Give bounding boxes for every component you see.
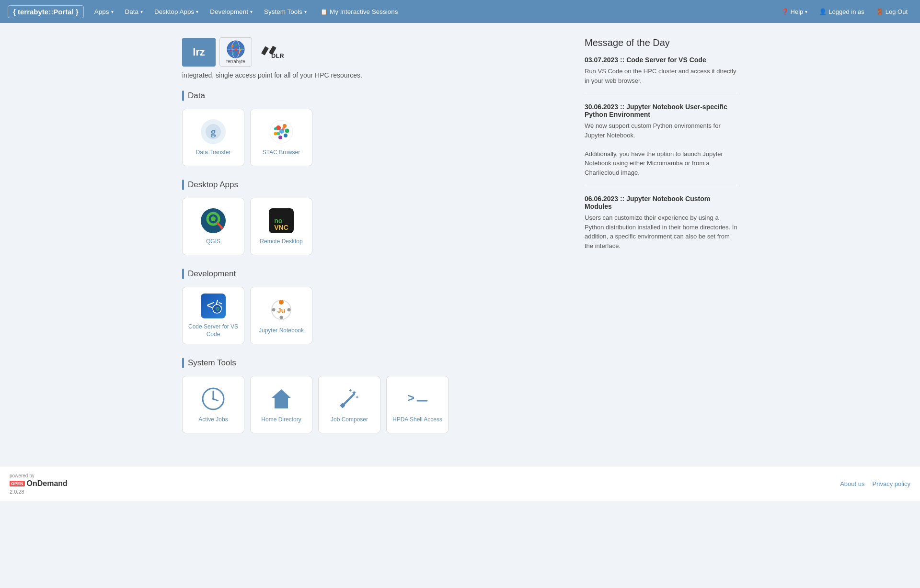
- svg-point-24: [284, 134, 288, 137]
- jobcomposer-icon-container: ✦ ✦ ✦: [336, 385, 363, 412]
- app-activejobs[interactable]: Active Jobs: [182, 376, 244, 433]
- nav-logged-in: 👤 Logged in as: [814, 5, 869, 18]
- nav-development[interactable]: Development ▾: [205, 5, 257, 18]
- nav-desktop-apps[interactable]: Desktop Apps ▾: [150, 5, 203, 18]
- footer-version: 2.0.28: [10, 489, 68, 495]
- svg-point-33: [211, 216, 216, 221]
- hpda-icon: >: [405, 386, 430, 411]
- footer-about-us[interactable]: About us: [840, 480, 864, 487]
- jobcomposer-icon: ✦ ✦ ✦: [337, 386, 362, 411]
- svg-rect-51: [278, 403, 284, 408]
- svg-point-6: [239, 45, 241, 47]
- nav-data[interactable]: Data ▾: [120, 5, 148, 18]
- footer-open-label: OPEN: [10, 481, 25, 486]
- jobcomposer-label: Job Composer: [331, 416, 368, 424]
- footer-ondemand-label: OnDemand: [27, 479, 68, 488]
- motd-entry-2-title: 06.06.2023 :: Jupyter Notebook Custom Mo…: [585, 195, 738, 210]
- svg-point-4: [231, 45, 234, 47]
- navbar: { terrabyte::Portal } Apps ▾ Data ▾ Desk…: [0, 0, 920, 23]
- svg-point-42: [280, 316, 283, 319]
- activejobs-icon: [201, 386, 226, 411]
- app-hpda[interactable]: > HPDA Shell Access: [386, 376, 448, 433]
- svg-text:>: >: [408, 391, 414, 404]
- app-novnc[interactable]: no VNC Remote Desktop: [250, 198, 312, 255]
- development-caret: ▾: [250, 9, 253, 14]
- jupyter-icon-container: Ju: [268, 296, 295, 323]
- brand[interactable]: { terrabyte::Portal }: [8, 5, 84, 18]
- svg-point-10: [232, 52, 234, 54]
- footer-powered: powered by: [10, 473, 68, 478]
- jupyter-label: Jupyter Notebook: [259, 327, 304, 335]
- system-section: System Tools Active Jobs: [182, 358, 565, 433]
- svg-text:g: g: [211, 125, 216, 137]
- app-jupyter[interactable]: Ju Jupyter Notebook: [250, 287, 312, 344]
- motd-entry-2-text: Users can customize their experience by …: [585, 213, 738, 250]
- svg-point-11: [237, 52, 239, 54]
- svg-point-12: [242, 48, 243, 49]
- svg-point-41: [279, 300, 284, 305]
- svg-point-27: [274, 127, 277, 130]
- system-section-bar: [182, 358, 184, 368]
- terrabyte-globe-icon: [224, 40, 248, 59]
- nav-logout[interactable]: 🚪 Log Out: [871, 5, 912, 18]
- svg-point-30: [277, 132, 280, 136]
- nav-help[interactable]: ❓ Help ▾: [776, 5, 813, 18]
- sessions-icon: 📋: [320, 8, 328, 15]
- globus-icon-container: g: [200, 118, 227, 145]
- activejobs-icon-container: [200, 385, 227, 412]
- data-section-title: Data: [182, 90, 565, 101]
- activejobs-label: Active Jobs: [198, 416, 228, 424]
- svg-point-5: [235, 44, 237, 46]
- app-jobcomposer[interactable]: ✦ ✦ ✦ Job Composer: [318, 376, 380, 433]
- homedirectory-label: Home Directory: [261, 416, 301, 424]
- desktop-section-title: Desktop Apps: [182, 180, 565, 190]
- data-caret: ▾: [140, 9, 143, 14]
- app-codeserver[interactable]: </> ⚙ Code Server for VS Code: [182, 287, 244, 344]
- motd-entry-0-title: 03.07.2023 :: Code Server for VS Code: [585, 56, 738, 64]
- codeserver-label: Code Server for VS Code: [187, 323, 239, 338]
- svg-point-44: [288, 308, 291, 312]
- svg-point-49: [212, 398, 214, 400]
- dlr-logo-icon: DLR: [256, 43, 285, 62]
- qgis-icon: [201, 208, 226, 233]
- codeserver-icon-container: </> ⚙: [200, 293, 227, 319]
- nav-interactive-sessions[interactable]: 📋 My Interactive Sessions: [315, 5, 403, 18]
- footer-left: powered by OPEN OnDemand 2.0.28: [10, 473, 68, 495]
- app-qgis[interactable]: QGIS: [182, 198, 244, 255]
- system-section-title: System Tools: [182, 358, 565, 368]
- app-homedirectory[interactable]: Home Directory: [250, 376, 312, 433]
- stac-label: STAC Browser: [263, 149, 300, 157]
- tagline: integrated, single access point for all …: [182, 71, 565, 79]
- footer-logo: OPEN OnDemand: [10, 479, 68, 488]
- system-caret: ▾: [304, 9, 307, 14]
- globus-label: Data Transfer: [196, 149, 231, 157]
- app-globus[interactable]: g Data Transfer: [182, 109, 244, 166]
- data-app-grid: g Data Transfer: [182, 109, 565, 166]
- svg-point-22: [283, 124, 287, 128]
- stac-icon-container: [268, 118, 295, 145]
- data-section: Data g Data Transfer: [182, 90, 565, 166]
- app-stac[interactable]: STAC Browser: [250, 109, 312, 166]
- nav-system-tools[interactable]: System Tools ▾: [259, 5, 311, 18]
- qgis-icon-container: [200, 207, 227, 234]
- motd-entry-1-title: 30.06.2023 :: Jupyter Notebook User-spec…: [585, 103, 738, 118]
- novnc-icon-container: no VNC: [268, 207, 295, 234]
- data-section-bar: [182, 90, 184, 101]
- svg-point-26: [274, 132, 277, 136]
- desktop-app-grid: QGIS no VNC Remote Desktop: [182, 198, 565, 255]
- hpda-label: HPDA Shell Access: [392, 416, 442, 424]
- motd: Message of the Day 03.07.2023 :: Code Se…: [585, 37, 738, 259]
- footer-privacy-policy[interactable]: Privacy policy: [873, 480, 910, 487]
- motd-entry-0: 03.07.2023 :: Code Server for VS Code Ru…: [585, 56, 738, 94]
- development-section-title: Development: [182, 269, 565, 279]
- svg-point-23: [285, 129, 289, 133]
- footer-right: About us Privacy policy: [840, 480, 910, 487]
- development-app-grid: </> ⚙ Code Server for VS Code: [182, 287, 565, 344]
- user-icon: 👤: [819, 8, 827, 15]
- svg-point-29: [282, 127, 285, 130]
- terrabyte-logo: terrabyte: [219, 37, 252, 67]
- footer: powered by OPEN OnDemand 2.0.28 About us…: [0, 466, 920, 501]
- homedirectory-icon-container: [268, 385, 295, 412]
- nav-apps[interactable]: Apps ▾: [90, 5, 118, 18]
- desktop-caret: ▾: [196, 9, 198, 14]
